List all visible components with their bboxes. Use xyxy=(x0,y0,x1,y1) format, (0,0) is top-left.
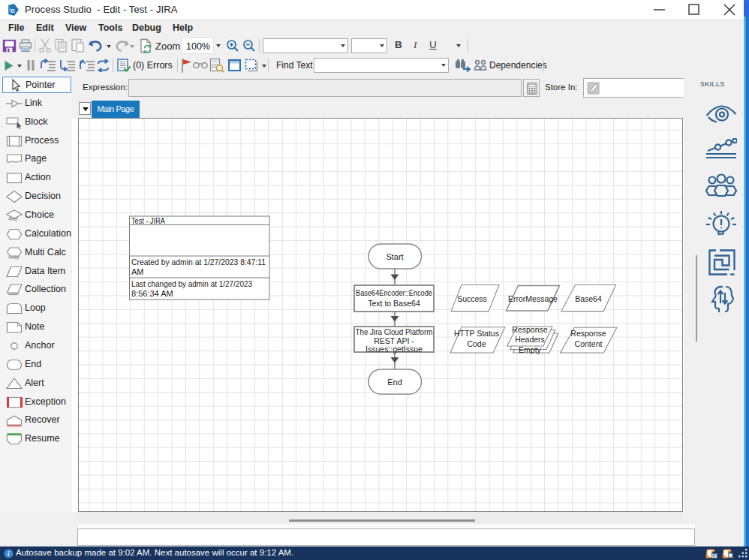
svg-text:Last changed by admin at 1/27/: Last changed by admin at 1/27/2023 xyxy=(131,279,252,288)
svg-text:REST API -: REST API - xyxy=(374,336,414,345)
svg-text:Created by admin at 1/27/2023: Created by admin at 1/27/2023 8:47:11 xyxy=(131,257,266,266)
svg-text:Empty: Empty xyxy=(519,345,542,354)
svg-text:Base64Encoder::Encode: Base64Encoder::Encode xyxy=(356,288,432,297)
svg-text:Headers: Headers xyxy=(515,335,545,344)
svg-text:Text to Base64: Text to Base64 xyxy=(368,299,420,308)
svg-text:8:56:34 AM: 8:56:34 AM xyxy=(131,289,173,298)
svg-text:Start: Start xyxy=(386,252,403,261)
svg-text:The Jira Cloud Platform: The Jira Cloud Platform xyxy=(356,327,433,336)
svg-text:B: B xyxy=(11,8,15,14)
svg-text:Response: Response xyxy=(570,329,606,338)
svg-text:Success: Success xyxy=(457,294,487,303)
svg-text:Response: Response xyxy=(512,325,547,334)
svg-text:Content: Content xyxy=(575,339,603,348)
svg-text:AM: AM xyxy=(131,267,144,276)
svg-text:Code: Code xyxy=(467,339,486,348)
svg-text:Base64: Base64 xyxy=(575,294,602,303)
svg-text:Issues::getIssue: Issues::getIssue xyxy=(365,345,423,354)
svg-text:HTTP Status: HTTP Status xyxy=(454,329,499,338)
svg-text:Test - JIRA: Test - JIRA xyxy=(131,216,166,225)
svg-text:End: End xyxy=(387,378,402,387)
svg-text:ErrorMessage: ErrorMessage xyxy=(508,294,558,303)
